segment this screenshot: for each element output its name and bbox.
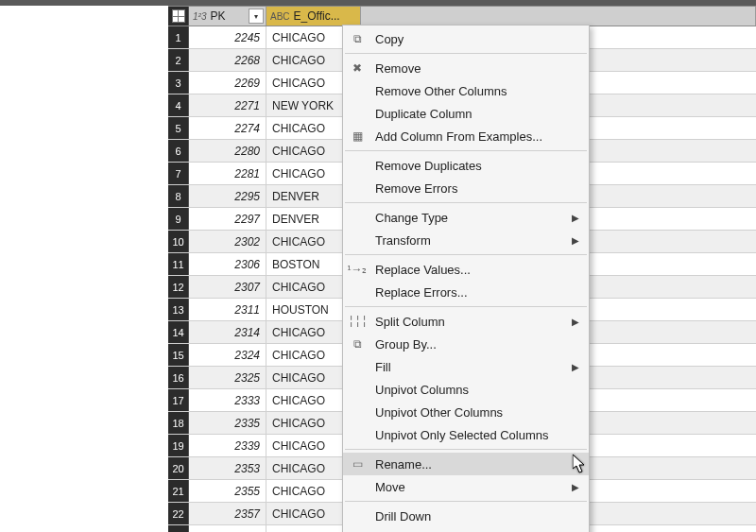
context-menu-item-label: Replace Errors...: [375, 285, 468, 300]
context-menu-item-label: Unpivot Only Selected Columns: [375, 428, 549, 442]
column-header-office[interactable]: ABC E_Offic...: [266, 7, 361, 26]
table-header-row: 1²3 PK ▾ ABC E_Offic...: [168, 6, 756, 26]
number-type-icon: 1²3: [193, 11, 206, 22]
row-number[interactable]: 4: [168, 94, 189, 116]
cell-pk[interactable]: 2335: [189, 412, 266, 434]
row-number[interactable]: 8: [168, 185, 189, 207]
row-number[interactable]: 16: [168, 367, 189, 388]
context-menu-item[interactable]: Change Type▶: [343, 206, 589, 229]
replace-icon: ¹→₂: [349, 263, 366, 276]
text-type-icon: ABC: [270, 11, 290, 22]
column-context-menu: ⧉Copy✖RemoveRemove Other ColumnsDuplicat…: [342, 25, 590, 532]
cell-pk[interactable]: 2355: [189, 480, 266, 502]
row-number[interactable]: 15: [168, 344, 189, 366]
cell-pk[interactable]: 2274: [189, 117, 266, 139]
row-number[interactable]: 2: [168, 49, 189, 71]
context-menu-item[interactable]: Duplicate Column: [343, 102, 589, 125]
cell-pk[interactable]: 2280: [189, 140, 266, 162]
row-number[interactable]: 14: [168, 321, 189, 343]
row-number[interactable]: 10: [168, 231, 189, 252]
row-number[interactable]: 6: [168, 140, 189, 162]
row-number-header[interactable]: [168, 7, 189, 26]
context-menu-item[interactable]: Unpivot Columns: [343, 378, 589, 401]
context-menu-item[interactable]: Move▶: [343, 475, 589, 498]
cell-pk[interactable]: 2295: [189, 185, 266, 207]
row-number[interactable]: 12: [168, 276, 189, 298]
context-menu-item-label: Replace Values...: [375, 263, 471, 277]
context-menu-item-label: Unpivot Other Columns: [375, 405, 503, 420]
context-menu-separator: [345, 449, 587, 450]
row-number[interactable]: 13: [168, 299, 189, 320]
cell-pk[interactable]: 2325: [189, 367, 266, 388]
cell-pk[interactable]: 2324: [189, 344, 266, 366]
cell-pk[interactable]: 2306: [189, 253, 266, 275]
row-number[interactable]: 1: [168, 26, 189, 48]
row-number[interactable]: 20: [168, 457, 189, 479]
cell-pk[interactable]: 2297: [189, 208, 266, 230]
cell-pk[interactable]: 2353: [189, 457, 266, 479]
row-number[interactable]: 5: [168, 117, 189, 139]
row-number[interactable]: 7: [168, 163, 189, 184]
context-menu-item[interactable]: Remove Other Columns: [343, 79, 589, 102]
row-number[interactable]: 9: [168, 208, 189, 230]
cell-pk[interactable]: 2357: [189, 503, 266, 524]
context-menu-item[interactable]: Unpivot Only Selected Columns: [343, 423, 589, 446]
submenu-arrow-icon: ▶: [572, 235, 579, 246]
context-menu-item[interactable]: ▦Add Column From Examples...: [343, 125, 589, 147]
context-menu-item-label: Add Column From Examples...: [375, 129, 542, 144]
column-pk-filter-dropdown[interactable]: ▾: [249, 9, 264, 24]
cell-pk[interactable]: 2245: [189, 26, 266, 48]
row-number[interactable]: 17: [168, 389, 189, 411]
column-header-rest[interactable]: [361, 7, 756, 26]
submenu-arrow-icon: ▶: [572, 213, 579, 223]
context-menu-item[interactable]: Fill▶: [343, 355, 589, 378]
context-menu-item-label: Change Type: [375, 211, 448, 225]
cell-pk[interactable]: 2361: [189, 525, 266, 532]
context-menu-item[interactable]: Add as New Query: [343, 527, 589, 532]
context-menu-item-label: Duplicate Column: [375, 107, 472, 121]
submenu-arrow-icon: ▶: [572, 317, 579, 327]
context-menu-item[interactable]: ✖Remove: [343, 57, 589, 79]
row-number[interactable]: 21: [168, 480, 189, 502]
cell-pk[interactable]: 2281: [189, 163, 266, 184]
context-menu-item[interactable]: Unpivot Other Columns: [343, 401, 589, 423]
row-number[interactable]: 19: [168, 435, 189, 456]
context-menu-item[interactable]: Remove Duplicates: [343, 154, 589, 177]
context-menu-item[interactable]: ▭Rename...: [343, 453, 589, 475]
context-menu-separator: [345, 202, 587, 203]
context-menu-item[interactable]: ⧉Copy: [343, 27, 589, 50]
cell-pk[interactable]: 2339: [189, 435, 266, 456]
context-menu-item-label: Drill Down: [375, 509, 431, 523]
cell-pk[interactable]: 2269: [189, 72, 266, 94]
row-number[interactable]: 18: [168, 412, 189, 434]
cell-pk[interactable]: 2333: [189, 389, 266, 411]
context-menu-item[interactable]: Remove Errors: [343, 177, 589, 199]
context-menu-item[interactable]: ¹→₂Replace Values...: [343, 258, 589, 281]
cell-pk[interactable]: 2271: [189, 94, 266, 116]
context-menu-item[interactable]: Transform▶: [343, 229, 589, 251]
copy-icon: ⧉: [349, 32, 366, 45]
group-icon: ⧉: [349, 337, 366, 351]
context-menu-item-label: Transform: [375, 233, 431, 248]
column-header-pk[interactable]: 1²3 PK ▾: [189, 7, 266, 26]
context-menu-item-label: Move: [375, 480, 405, 494]
context-menu-separator: [345, 53, 587, 54]
row-number[interactable]: 3: [168, 72, 189, 94]
cell-pk[interactable]: 2268: [189, 49, 266, 71]
cell-pk[interactable]: 2314: [189, 321, 266, 343]
row-number[interactable]: 22: [168, 503, 189, 524]
cell-pk[interactable]: 2311: [189, 299, 266, 320]
context-menu-item-label: Remove Other Columns: [375, 84, 507, 98]
context-menu-item-label: Remove Duplicates: [375, 159, 482, 173]
context-menu-item[interactable]: ╎╎╎Split Column▶: [343, 310, 589, 333]
remove-icon: ✖: [349, 61, 366, 75]
row-number[interactable]: 11: [168, 253, 189, 275]
cell-pk[interactable]: 2302: [189, 231, 266, 252]
row-number[interactable]: 23: [168, 525, 189, 532]
context-menu-item[interactable]: Replace Errors...: [343, 281, 589, 303]
cell-pk[interactable]: 2307: [189, 276, 266, 298]
rename-icon: ▭: [349, 457, 366, 471]
context-menu-item[interactable]: Drill Down: [343, 505, 589, 527]
context-menu-item-label: Copy: [375, 32, 404, 46]
context-menu-item[interactable]: ⧉Group By...: [343, 333, 589, 355]
